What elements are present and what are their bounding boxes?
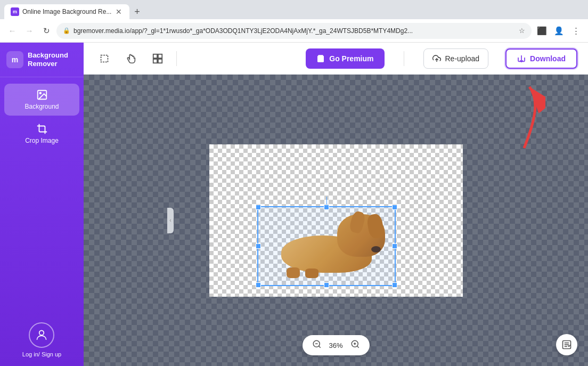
handle-middle-right[interactable] xyxy=(392,243,397,249)
handle-top-left[interactable] xyxy=(256,205,261,210)
handle-bottom-center[interactable] xyxy=(324,282,329,288)
zoom-in-button[interactable] xyxy=(348,338,362,352)
svg-rect-6 xyxy=(153,59,157,62)
zoom-level: 36% xyxy=(329,341,342,349)
layout-icon xyxy=(152,53,164,64)
tab-bar: m Online Image Background Re... ✕ + xyxy=(0,0,588,19)
svg-rect-7 xyxy=(158,59,162,62)
zoom-in-icon xyxy=(350,339,360,349)
sidebar-user[interactable]: Log in/ Sign up xyxy=(18,314,66,366)
lock-icon: 🔒 xyxy=(63,27,70,34)
user-icon xyxy=(35,328,48,342)
bookmark-icon: ☆ xyxy=(519,27,525,35)
sidebar: m Background Remover Background xyxy=(0,43,84,366)
crop-icon xyxy=(36,123,48,135)
tab-favicon: m xyxy=(11,7,19,16)
svg-rect-3 xyxy=(101,55,108,62)
crop-tool-icon xyxy=(99,53,110,64)
canvas-area[interactable]: 36% xyxy=(84,75,588,366)
cart-icon xyxy=(316,54,325,63)
premium-label: Go Premium xyxy=(329,54,373,63)
handle-top-right[interactable] xyxy=(392,205,397,210)
sidebar-collapse-handle[interactable]: ‹ xyxy=(167,208,174,233)
tab-close-button[interactable]: ✕ xyxy=(115,7,123,16)
svg-line-13 xyxy=(318,346,320,347)
upload-icon xyxy=(432,54,441,63)
notes-icon xyxy=(561,339,572,350)
background-icon xyxy=(36,89,48,101)
crop-tool-button[interactable] xyxy=(94,48,115,69)
download-label: Download xyxy=(530,54,566,63)
handle-bottom-left[interactable] xyxy=(256,282,261,288)
handle-top-center[interactable] xyxy=(324,205,329,210)
selection-box[interactable] xyxy=(257,206,396,286)
sidebar-item-background[interactable]: Background xyxy=(4,84,79,116)
navigation-bar: ← → ↻ 🔒 bgremover.media.io/app/?_gl=1*1r… xyxy=(0,19,588,43)
refresh-button[interactable]: ↻ xyxy=(38,23,54,39)
download-icon xyxy=(517,54,526,63)
zoom-out-button[interactable] xyxy=(309,338,323,352)
zoom-out-icon xyxy=(312,339,321,349)
new-tab-button[interactable]: + xyxy=(129,4,144,19)
sidebar-item-background-label: Background xyxy=(24,103,59,110)
toolbar-divider-2 xyxy=(404,51,404,66)
url-text: bgremover.media.io/app/?_gl=1*1rwusdo*_g… xyxy=(74,27,516,35)
address-bar[interactable]: 🔒 bgremover.media.io/app/?_gl=1*1rwusdo*… xyxy=(56,23,532,39)
svg-point-1 xyxy=(39,92,41,94)
toolbar: Go Premium Re-upload xyxy=(84,43,588,75)
reupload-label: Re-upload xyxy=(445,54,480,63)
premium-button[interactable]: Go Premium xyxy=(306,48,384,69)
svg-line-16 xyxy=(357,346,358,347)
logo-text: Background Remover xyxy=(28,51,68,68)
annotation-arrow xyxy=(481,79,545,156)
handle-bottom-right[interactable] xyxy=(392,282,397,288)
sidebar-item-crop-label: Crop Image xyxy=(25,137,59,144)
svg-rect-5 xyxy=(158,54,162,58)
profile-button[interactable]: 👤 xyxy=(551,23,567,39)
user-login-label: Log in/ Sign up xyxy=(22,351,61,357)
menu-button[interactable]: ⋮ xyxy=(568,23,584,39)
move-tool-button[interactable] xyxy=(121,48,141,69)
app-body: m Background Remover Background xyxy=(0,43,588,366)
svg-rect-4 xyxy=(153,54,157,58)
hand-icon xyxy=(125,53,137,64)
main-content: 36% xyxy=(84,75,588,366)
logo-icon: m xyxy=(6,51,23,68)
zoom-bar: 36% xyxy=(302,335,369,355)
reupload-button[interactable]: Re-upload xyxy=(423,48,489,69)
svg-point-2 xyxy=(39,330,44,335)
notes-button[interactable] xyxy=(556,334,577,355)
extensions-button[interactable]: ⬛ xyxy=(534,23,550,39)
active-tab[interactable]: m Online Image Background Re... ✕ xyxy=(4,4,129,19)
sidebar-logo: m Background Remover xyxy=(0,43,84,77)
tab-label: Online Image Background Re... xyxy=(22,8,111,15)
back-button[interactable]: ← xyxy=(4,23,20,39)
toolbar-divider xyxy=(176,51,177,66)
image-container xyxy=(209,144,463,297)
handle-middle-left[interactable] xyxy=(256,243,261,249)
sidebar-item-crop[interactable]: Crop Image xyxy=(4,118,79,150)
sidebar-nav: Background Crop Image xyxy=(0,77,84,314)
user-avatar xyxy=(29,322,54,348)
forward-button[interactable]: → xyxy=(21,23,37,39)
download-button[interactable]: Download xyxy=(505,48,577,69)
layout-tool-button[interactable] xyxy=(148,48,168,69)
